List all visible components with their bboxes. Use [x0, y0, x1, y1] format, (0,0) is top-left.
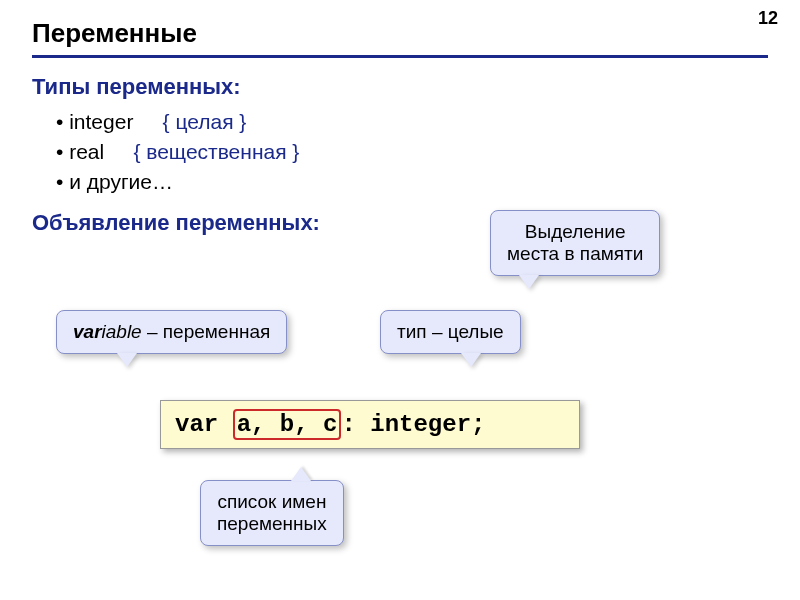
code-suffix: : integer; — [341, 411, 485, 438]
types-bullets: • integer { целая } • real { вещественна… — [56, 110, 768, 194]
code-keyword: var — [175, 411, 218, 438]
types-heading: Типы переменных: — [32, 74, 768, 100]
callout-variable: variable – переменная — [56, 310, 287, 354]
page-title: Переменные — [32, 18, 768, 58]
callout-memory-line2: места в памяти — [507, 243, 643, 265]
callout-name-list: список имен переменных — [200, 480, 344, 546]
callout-type-label: тип – целые — [397, 321, 504, 342]
type-integer-comment: { целая } — [163, 110, 247, 133]
callout-memory: Выделение места в памяти — [490, 210, 660, 276]
callout-memory-line1: Выделение — [507, 221, 643, 243]
type-real: real — [69, 140, 104, 163]
type-real-comment: { вещественная } — [133, 140, 299, 163]
callout-variable-prefix: var — [73, 321, 102, 342]
code-names-box: a, b, c — [233, 409, 342, 440]
page-number: 12 — [758, 8, 778, 29]
callout-name-list-line2: переменных — [217, 513, 327, 535]
code-declaration: var a, b, c: integer; — [160, 400, 580, 449]
callout-type: тип – целые — [380, 310, 521, 354]
type-integer: integer — [69, 110, 133, 133]
callout-variable-rest: – переменная — [142, 321, 271, 342]
callout-name-list-line1: список имен — [217, 491, 327, 513]
callout-variable-suffix: iable — [102, 321, 142, 342]
type-others: и другие… — [69, 170, 173, 193]
code-names: a, b, c — [237, 411, 338, 438]
